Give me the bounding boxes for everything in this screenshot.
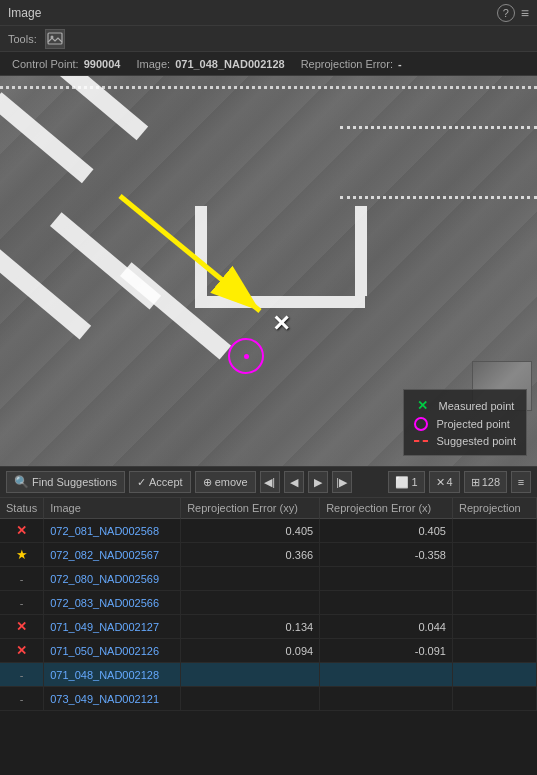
- reprojection-x-cell: [320, 591, 453, 615]
- col-rep: Reprojection: [452, 498, 536, 519]
- zoom-icon-1: ⬜: [395, 476, 409, 489]
- nav-first-button[interactable]: ◀|: [260, 471, 280, 493]
- status-cell: ✕: [0, 639, 44, 663]
- measured-icon: ✕: [414, 398, 430, 413]
- status-icon: -: [20, 693, 24, 705]
- image-name-cell[interactable]: 072_080_NAD002569: [44, 567, 181, 591]
- status-icon: -: [20, 669, 24, 681]
- reprojection-x-cell: -0.358: [320, 543, 453, 567]
- status-icon: ✕: [16, 643, 27, 658]
- measured-point-marker: ✕: [272, 313, 290, 335]
- table-row[interactable]: ✕071_050_NAD0021260.094-0.091: [0, 639, 537, 663]
- road-stripe-v2: [355, 206, 367, 296]
- image-name-cell[interactable]: 072_082_NAD002567: [44, 543, 181, 567]
- col-image: Image: [44, 498, 181, 519]
- zoom-icon-3: ⊞: [471, 476, 480, 489]
- zoom-icon-2: ✕: [436, 476, 445, 489]
- legend-projected-label: Projected point: [436, 418, 509, 430]
- zoom-level-3: ⊞ 128: [464, 471, 507, 493]
- legend-suggested: Suggested point: [414, 435, 516, 447]
- image-name-cell[interactable]: 071_049_NAD002127: [44, 615, 181, 639]
- status-cell: -: [0, 591, 44, 615]
- menu-icon[interactable]: ≡: [521, 5, 529, 21]
- zoom-level-1: ⬜ 1: [388, 471, 424, 493]
- image-name-cell[interactable]: 073_049_NAD002121: [44, 687, 181, 711]
- col-rep-xy: Reprojection Error (xy): [181, 498, 320, 519]
- reprojection-cell: [452, 543, 536, 567]
- reprojection-xy-cell: 0.094: [181, 639, 320, 663]
- legend-overlay: ✕ Measured point Projected point Suggest…: [403, 389, 527, 456]
- legend-measured-label: Measured point: [438, 400, 514, 412]
- status-icon: ✕: [16, 523, 27, 538]
- status-cell: ★: [0, 543, 44, 567]
- projected-point-dot: [244, 354, 249, 359]
- nav-prev-button[interactable]: ◀: [284, 471, 304, 493]
- projected-point-marker: [228, 338, 264, 374]
- reprojection-xy-cell: 0.134: [181, 615, 320, 639]
- move-button[interactable]: ⊕ emove: [195, 471, 256, 493]
- table-header-row: Status Image Reprojection Error (xy) Rep…: [0, 498, 537, 519]
- status-cell: -: [0, 567, 44, 591]
- image-label: Image: 071_048_NAD002128: [136, 58, 284, 70]
- tools-label: Tools:: [8, 33, 37, 45]
- title-bar: Image ? ≡: [0, 0, 537, 26]
- image-tool-icon[interactable]: [45, 29, 65, 49]
- table-row[interactable]: -073_049_NAD002121: [0, 687, 537, 711]
- reprojection-cell: [452, 567, 536, 591]
- legend-suggested-label: Suggested point: [436, 435, 516, 447]
- suggested-icon: [414, 440, 428, 442]
- table-row[interactable]: ✕071_049_NAD0021270.1340.044: [0, 615, 537, 639]
- reprojection-xy-cell: 0.366: [181, 543, 320, 567]
- nav-next-button[interactable]: ▶: [308, 471, 328, 493]
- table-row[interactable]: ★072_082_NAD0025670.366-0.358: [0, 543, 537, 567]
- image-name-cell[interactable]: 072_081_NAD002568: [44, 519, 181, 543]
- table-row[interactable]: -072_080_NAD002569: [0, 567, 537, 591]
- svg-rect-0: [48, 33, 62, 44]
- nav-last-button[interactable]: |▶: [332, 471, 352, 493]
- action-bar: 🔍 Find Suggestions ✓ Accept ⊕ emove ◀| ◀…: [0, 466, 537, 498]
- reprojection-xy-cell: [181, 687, 320, 711]
- image-name-cell[interactable]: 071_048_NAD002128: [44, 663, 181, 687]
- toolbar: Tools:: [0, 26, 537, 52]
- status-cell: ✕: [0, 519, 44, 543]
- help-icon[interactable]: ?: [497, 4, 515, 22]
- image-viewer[interactable]: ✕ ✕ Measured point Projected point Sugge…: [0, 76, 537, 466]
- table-row[interactable]: -071_048_NAD002128: [0, 663, 537, 687]
- accept-icon: ✓: [137, 476, 146, 489]
- accept-button[interactable]: ✓ Accept: [129, 471, 191, 493]
- reprojection-xy-cell: [181, 591, 320, 615]
- move-icon: ⊕: [203, 476, 212, 489]
- reprojection-x-cell: -0.091: [320, 639, 453, 663]
- zoom-level-2: ✕ 4: [429, 471, 460, 493]
- find-icon: 🔍: [14, 475, 29, 489]
- road-stripe-v1: [195, 206, 207, 296]
- road-stripe-h1: [195, 296, 365, 308]
- find-suggestions-button[interactable]: 🔍 Find Suggestions: [6, 471, 125, 493]
- reprojection-xy-cell: [181, 567, 320, 591]
- legend-measured: ✕ Measured point: [414, 398, 516, 413]
- image-name-cell[interactable]: 072_083_NAD002566: [44, 591, 181, 615]
- status-icon: -: [20, 573, 24, 585]
- status-cell: ✕: [0, 615, 44, 639]
- table-row[interactable]: -072_083_NAD002566: [0, 591, 537, 615]
- reprojection-x-cell: [320, 687, 453, 711]
- col-rep-x: Reprojection Error (x): [320, 498, 453, 519]
- reprojection-xy-cell: 0.405: [181, 519, 320, 543]
- projected-icon: [414, 417, 428, 431]
- table-row[interactable]: ✕072_081_NAD0025680.4050.405: [0, 519, 537, 543]
- table-view-button[interactable]: ≡: [511, 471, 531, 493]
- reprojection-xy-cell: [181, 663, 320, 687]
- reprojection-cell: [452, 591, 536, 615]
- image-name-cell[interactable]: 071_050_NAD002126: [44, 639, 181, 663]
- reprojection-x-cell: [320, 567, 453, 591]
- images-table: Status Image Reprojection Error (xy) Rep…: [0, 498, 537, 711]
- reprojection-cell: [452, 639, 536, 663]
- info-bar: Control Point: 990004 Image: 071_048_NAD…: [0, 52, 537, 76]
- reprojection-cell: [452, 615, 536, 639]
- reprojection-x-cell: 0.044: [320, 615, 453, 639]
- reprojection-x-cell: 0.405: [320, 519, 453, 543]
- legend-projected: Projected point: [414, 417, 516, 431]
- status-icon: -: [20, 597, 24, 609]
- reprojection-cell: [452, 687, 536, 711]
- table-container: Status Image Reprojection Error (xy) Rep…: [0, 498, 537, 711]
